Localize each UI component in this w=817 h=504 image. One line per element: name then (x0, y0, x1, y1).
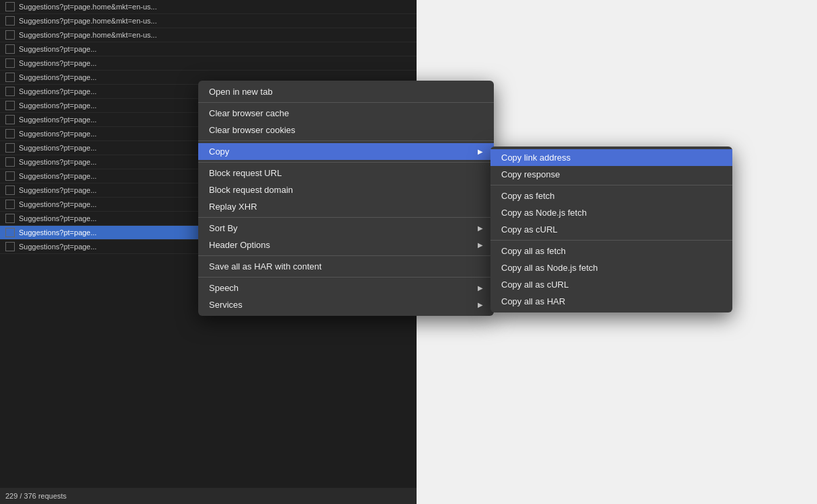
submenu-item-copy-all-as-curl[interactable]: Copy all as cURL (490, 276, 732, 293)
row-checkbox[interactable] (5, 44, 15, 54)
row-url: Suggestions?pt=page... (19, 73, 97, 81)
submenu-item-copy-all-as-fetch[interactable]: Copy all as fetch (490, 243, 732, 259)
menu-separator (198, 162, 494, 163)
row-url: Suggestions?pt=page... (19, 59, 97, 67)
submenu-item-label: Copy all as cURL (501, 280, 568, 290)
row-url: Suggestions?pt=page... (19, 101, 97, 110)
menu-item-block-request-url[interactable]: Block request URL (198, 165, 494, 181)
menu-separator (198, 277, 494, 278)
row-checkbox[interactable] (5, 242, 15, 251)
menu-separator (198, 255, 494, 256)
submenu-item-copy-all-as-har[interactable]: Copy all as HAR (490, 293, 732, 310)
menu-item-speech[interactable]: Speech▶ (198, 280, 494, 296)
menu-item-label: Clear browser cache (209, 108, 289, 118)
menu-item-open-in-new-tab[interactable]: Open in new tab (198, 83, 494, 100)
menu-item-label: Copy (209, 146, 229, 157)
network-row[interactable]: Suggestions?pt=page.home&mkt=en-us... (0, 14, 417, 28)
submenu-arrow-icon: ▶ (478, 284, 483, 292)
menu-item-label: Open in new tab (209, 87, 273, 97)
row-checkbox[interactable] (5, 87, 15, 96)
submenu-arrow-icon: ▶ (478, 224, 483, 232)
main-context-menu[interactable]: Open in new tabClear browser cacheClear … (198, 81, 494, 316)
menu-item-label: Save all as HAR with content (209, 261, 322, 271)
submenu-arrow-icon: ▶ (478, 241, 483, 249)
row-checkbox[interactable] (5, 16, 15, 26)
submenu-item-copy-as-curl[interactable]: Copy as cURL (490, 221, 732, 238)
row-url: Suggestions?pt=page.home&mkt=en-us... (19, 31, 157, 39)
row-checkbox[interactable] (5, 157, 15, 167)
row-url: Suggestions?pt=page... (19, 172, 97, 180)
row-url: Suggestions?pt=page... (19, 228, 97, 237)
row-url: Suggestions?pt=page... (19, 144, 97, 152)
submenu-item-label: Copy as cURL (501, 224, 558, 235)
row-url: Suggestions?pt=page... (19, 87, 97, 95)
menu-item-clear-browser-cache[interactable]: Clear browser cache (198, 105, 494, 122)
row-checkbox[interactable] (5, 185, 15, 195)
row-url: Suggestions?pt=page... (19, 158, 97, 166)
menu-item-copy[interactable]: Copy▶ (198, 143, 494, 160)
menu-item-label: Block request domain (209, 185, 293, 195)
submenu-item-label: Copy all as Node.js fetch (501, 263, 598, 273)
submenu-item-label: Copy as Node.js fetch (501, 208, 587, 218)
menu-item-header-options[interactable]: Header Options▶ (198, 237, 494, 253)
network-row[interactable]: Suggestions?pt=page... (0, 42, 417, 56)
menu-separator (198, 140, 494, 141)
network-row[interactable]: Suggestions?pt=page... (0, 56, 417, 71)
menu-item-replay-xhr[interactable]: Replay XHR (198, 198, 494, 215)
row-url: Suggestions?pt=page... (19, 214, 97, 222)
submenu-item-copy-link-address[interactable]: Copy link address (490, 149, 732, 166)
row-checkbox[interactable] (5, 200, 15, 209)
menu-item-save-all-as-har-with-content[interactable]: Save all as HAR with content (198, 258, 494, 275)
submenu-item-label: Copy link address (501, 153, 570, 163)
row-checkbox[interactable] (5, 129, 15, 138)
row-url: Suggestions?pt=page... (19, 116, 97, 124)
submenu-separator (490, 240, 732, 241)
row-checkbox[interactable] (5, 58, 15, 68)
menu-item-label: Services (209, 300, 243, 310)
menu-item-block-request-domain[interactable]: Block request domain (198, 181, 494, 198)
network-row[interactable]: Suggestions?pt=page.home&mkt=en-us... (0, 28, 417, 42)
status-bar: 229 / 376 requests (0, 488, 417, 504)
submenu-separator (490, 185, 732, 185)
row-checkbox[interactable] (5, 214, 15, 223)
row-url: Suggestions?pt=page... (19, 45, 97, 53)
menu-item-sort-by[interactable]: Sort By▶ (198, 220, 494, 237)
submenu-item-copy-as-fetch[interactable]: Copy as fetch (490, 187, 732, 204)
row-url: Suggestions?pt=page... (19, 200, 97, 208)
menu-item-label: Clear browser cookies (209, 125, 296, 135)
submenu-item-label: Copy response (501, 169, 560, 179)
submenu-item-label: Copy all as HAR (501, 296, 565, 306)
row-url: Suggestions?pt=page.home&mkt=en-us... (19, 3, 157, 11)
row-url: Suggestions?pt=page... (19, 186, 97, 194)
row-checkbox[interactable] (5, 228, 15, 237)
menu-item-label: Replay XHR (209, 202, 257, 212)
row-checkbox[interactable] (5, 2, 15, 11)
submenu-arrow-icon: ▶ (478, 301, 483, 308)
row-checkbox[interactable] (5, 101, 15, 110)
submenu-item-label: Copy as fetch (501, 191, 555, 201)
row-url: Suggestions?pt=page.home&mkt=en-us... (19, 17, 157, 25)
row-checkbox[interactable] (5, 143, 15, 153)
submenu-item-copy-as-node.js-fetch[interactable]: Copy as Node.js fetch (490, 204, 732, 221)
submenu-arrow-icon: ▶ (478, 148, 483, 155)
network-row[interactable]: Suggestions?pt=page.home&mkt=en-us... (0, 0, 417, 14)
menu-separator (198, 217, 494, 218)
menu-separator (198, 102, 494, 103)
menu-item-label: Speech (209, 283, 239, 293)
row-checkbox[interactable] (5, 171, 15, 181)
row-url: Suggestions?pt=page... (19, 130, 97, 138)
row-checkbox[interactable] (5, 30, 15, 40)
menu-item-label: Block request URL (209, 168, 282, 178)
row-checkbox[interactable] (5, 73, 15, 82)
sub-context-menu[interactable]: Copy link addressCopy responseCopy as fe… (490, 146, 732, 312)
submenu-item-copy-all-as-node.js-fetch[interactable]: Copy all as Node.js fetch (490, 259, 732, 276)
menu-item-clear-browser-cookies[interactable]: Clear browser cookies (198, 122, 494, 138)
row-checkbox[interactable] (5, 115, 15, 124)
menu-item-label: Sort By (209, 223, 238, 233)
row-url: Suggestions?pt=page... (19, 243, 97, 251)
status-text: 229 / 376 requests (5, 492, 67, 500)
menu-item-services[interactable]: Services▶ (198, 296, 494, 313)
submenu-item-label: Copy all as fetch (501, 246, 566, 256)
menu-item-label: Header Options (209, 240, 270, 250)
submenu-item-copy-response[interactable]: Copy response (490, 166, 732, 183)
